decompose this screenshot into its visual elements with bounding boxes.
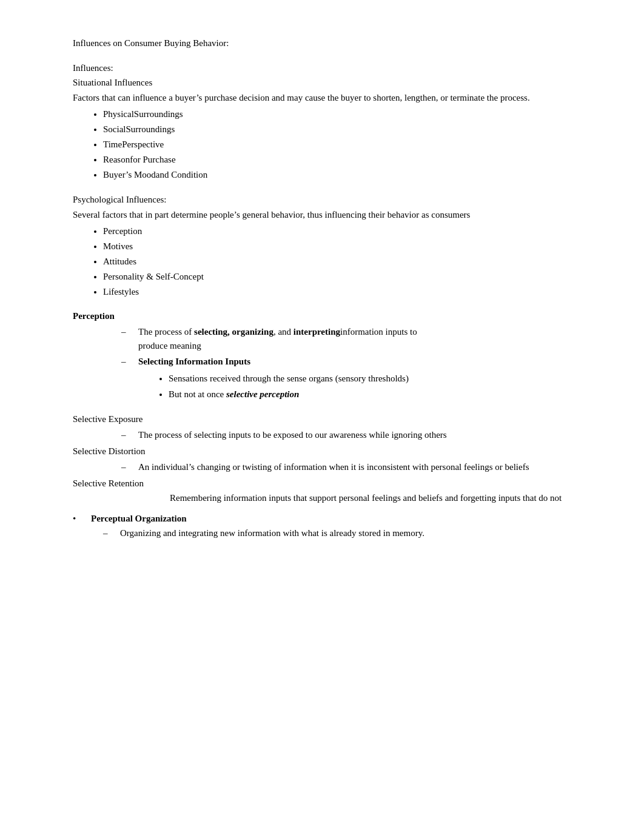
selecting-header: Selecting Information Inputs	[138, 357, 250, 366]
list-item: Perception	[103, 224, 583, 238]
selective-distortion-title: Selective Distortion	[73, 444, 583, 458]
perceptual-org-desc: Organizing and integrating new informati…	[120, 526, 583, 540]
perception-desc2: produce meaning	[138, 341, 201, 350]
influences-label: Influences:	[73, 61, 583, 75]
selecting-content: Selecting Information Inputs Sensations …	[138, 355, 583, 403]
perception-header: Perception	[73, 311, 583, 321]
perceptual-org-dash: – Organizing and integrating new informa…	[103, 526, 583, 540]
perception-bold2: interpreting	[293, 327, 340, 337]
dash-icon-3: –	[121, 428, 133, 442]
selecting-sub2-prefix: But not at once	[169, 389, 226, 399]
perceptual-org-content: Perceptual Organization – Organizing and…	[91, 514, 583, 543]
selective-exposure-dash: – The process of selecting inputs to be …	[121, 428, 583, 442]
perception-dash-list: – The process of selecting, organizing, …	[121, 325, 583, 403]
perception-desc-middle: , and	[273, 327, 293, 337]
list-item: But not at once selective perception	[169, 387, 583, 401]
list-item: PhysicalSurroundings	[103, 107, 583, 121]
perceptual-org-section: • Perceptual Organization – Organizing a…	[73, 514, 583, 543]
situational-list: PhysicalSurroundings SocialSurroundings …	[103, 107, 583, 182]
selective-distortion-item: – An individual’s changing or twisting o…	[121, 460, 583, 474]
selecting-sub2-italic: selective perception	[226, 389, 299, 399]
psychological-title: Psychological Influences:	[73, 193, 583, 207]
dash-icon-2: –	[121, 355, 133, 369]
psychological-list: Perception Motives Attitudes Personality…	[103, 224, 583, 299]
perception-bold1: selecting, organizing	[194, 327, 273, 337]
perceptual-org-item: – Organizing and integrating new informa…	[103, 526, 583, 540]
selecting-header-item: – Selecting Information Inputs Sensation…	[121, 355, 583, 403]
page-container: Influences on Consumer Buying Behavior: …	[0, 0, 644, 581]
list-item: Sensations received through the sense or…	[169, 371, 583, 386]
bullet-dot-icon: •	[73, 514, 91, 524]
list-item: Personality & Self-Concept	[103, 269, 583, 284]
dash-icon-5: –	[103, 526, 115, 540]
list-item: Buyer’s Moodand Condition	[103, 167, 583, 182]
list-item: Motives	[103, 239, 583, 253]
selective-retention-desc: Remembering information inputs that supp…	[170, 491, 583, 505]
main-title: Influences on Consumer Buying Behavior:	[73, 36, 583, 50]
situational-desc: Factors that can influence a buyer’s pur…	[73, 91, 583, 105]
selective-exposure-item: – The process of selecting inputs to be …	[121, 428, 583, 442]
perceptual-org-header: Perceptual Organization	[91, 514, 187, 523]
list-item: Lifestyles	[103, 284, 583, 299]
dash-icon-4: –	[121, 460, 133, 474]
selective-distortion-dash: – An individual’s changing or twisting o…	[121, 460, 583, 474]
selective-exposure-desc: The process of selecting inputs to be ex…	[138, 428, 583, 442]
perception-desc-prefix: The process of	[138, 327, 194, 337]
perception-desc-item: – The process of selecting, organizing, …	[121, 325, 583, 352]
list-item: Attitudes	[103, 254, 583, 269]
dash-icon: –	[121, 325, 133, 339]
selective-distortion-desc: An individual’s changing or twisting of …	[138, 460, 583, 474]
perception-desc-suffix: information inputs to	[340, 327, 417, 337]
psychological-desc: Several factors that in part determine p…	[73, 208, 583, 222]
list-item: TimePerspective	[103, 137, 583, 152]
list-item: SocialSurroundings	[103, 122, 583, 136]
selecting-sub-list: Sensations received through the sense or…	[169, 371, 583, 401]
situational-title: Situational Influences	[73, 76, 583, 90]
perception-desc-content: The process of selecting, organizing, an…	[138, 325, 583, 352]
selective-retention-title: Selective Retention	[73, 477, 583, 491]
selective-exposure-title: Selective Exposure	[73, 412, 583, 426]
list-item: Reasonfor Purchase	[103, 152, 583, 167]
